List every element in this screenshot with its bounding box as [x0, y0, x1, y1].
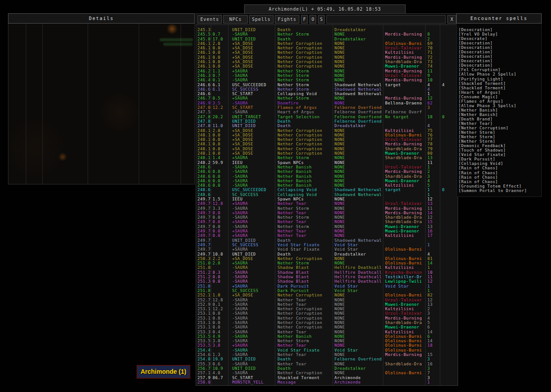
event-row[interactable]: 249.70.0-SAURANether StormNONEMuwei-Drae… [196, 224, 458, 229]
event-row[interactable]: 246.70.5+SAURANether StormNONEMordis-Bur… [196, 96, 458, 100]
event-row[interactable]: 249.71.5IEEUSpawn NPCsNONE12 [196, 197, 458, 201]
encounter-spell-item[interactable]: [Allow Phase 3 Spells] [458, 104, 541, 108]
event-row[interactable]: 246.10.0+SA_DOSENether CorruptionNONEMor… [196, 55, 458, 60]
event-row[interactable]: 246.66.1SC_SUCCESSNether StormShadowed N… [196, 87, 458, 92]
event-row[interactable]: 251.8+SAURADark PursuitVoid StarVoid Sta… [196, 284, 458, 288]
event-row[interactable]: 247.8UNIT_DIEDDeathFelborne Overfiend [196, 119, 458, 124]
encounter-spell-item[interactable]: [Desecration] [458, 63, 541, 68]
event-row[interactable]: 251.28.3-SAURAShadow BlastHellfire Death… [196, 270, 458, 275]
encounter-spell-item[interactable]: [Summon Portal to Draenor] [458, 188, 541, 193]
filter-input[interactable] [326, 15, 446, 24]
encounter-spell-item[interactable]: [Rain of Chaos] [458, 175, 541, 180]
event-row[interactable]: 253.30.4-SAURANether TearNONEKultziliini… [196, 330, 458, 334]
event-row[interactable]: 248.10.0+SA_DOSENether CorruptionNONESha… [196, 147, 458, 151]
encounter-spell-item[interactable]: [Dark Pursuit] [458, 157, 541, 161]
event-row[interactable]: 257.14.0-SAURANether CorruptionNONEOloli… [196, 371, 458, 375]
event-row[interactable]: 246.10.0+SA_DOSENether CorruptionNONEKul… [196, 50, 458, 55]
event-row[interactable]: 247.811.0UNIT_DIEDDeathDreadstalker4 [196, 124, 458, 128]
encounter-spell-item[interactable]: [Shackled Torment] [458, 81, 541, 86]
encounter-spell-item[interactable]: [Nether Storm] [458, 135, 541, 139]
event-row[interactable]: 251.02.8+SAURANether StormNONEOlolinus-B… [196, 261, 458, 265]
event-row[interactable]: 246.93.5-SAURADoomfireNONEBellona-Draeno… [196, 101, 458, 105]
encounter-spell-item[interactable]: [Rain of Chaos] [458, 171, 541, 175]
event-row[interactable]: 254.4-SAURAVoid Star FixateVoid StarOlol… [196, 348, 458, 352]
encounter-spell-item[interactable]: [Desecration] [458, 45, 541, 50]
event-row[interactable]: 253.10.0-SAURANether CorruptionNONEMordi… [196, 316, 458, 320]
event-row[interactable]: 246.10.0+SA_DOSENether CorruptionNONEUrz… [196, 46, 458, 50]
encounter-spell-item[interactable]: [Shackled Torment] [458, 86, 541, 90]
encounter-spell-item[interactable]: [Desecration] [458, 50, 541, 54]
fight-selector-button[interactable]: Archimonde (1) [137, 365, 190, 379]
event-row[interactable]: 252.712.8-SAURANether TearNONEUrzul-Taln… [196, 298, 458, 302]
event-row[interactable]: 253.10.0-SAURANether CorruptionNONEUrzul… [196, 311, 458, 316]
event-row[interactable]: 247.012.2SC_STARTFlames of ArgusFelborne… [196, 105, 458, 110]
event-row[interactable]: 249.7SC_SUCCESSVoid Star FixateVoid Star… [196, 243, 458, 247]
encounter-spell-item[interactable]: [Nether Tear] [458, 121, 541, 126]
event-row[interactable]: 246.21.1+SAURANether StormNONEMordis-Bur… [196, 69, 458, 73]
event-row[interactable]: 254.819.9UNIT_DIEDDeathFelborne Overfien… [196, 357, 458, 361]
encounter-spell-item[interactable]: [Nether Storm] [458, 139, 541, 144]
encounter-spell-item[interactable]: [Allow Phase 2 Spells] [458, 72, 541, 76]
encounter-spell-item[interactable]: [Fel Corruption] [458, 68, 541, 72]
encounter-spell-item[interactable]: [Grounding Totem Effect] [458, 184, 541, 188]
event-row[interactable]: 249.7UNIT_DIEDDeathShadowed Netherwal [196, 238, 458, 243]
event-row[interactable]: 248.6-SAURANether BanishNONEUrzul-Talniv… [196, 165, 458, 169]
event-row[interactable]: 248.10.0+SA_DOSENether CorruptionNONEUrz… [196, 137, 458, 142]
event-row[interactable]: 247.5-SAURAHeart of ArgusFelborne Overfi… [196, 110, 458, 114]
encounter-spell-item[interactable]: [Nether Banish] [458, 108, 541, 112]
event-row[interactable]: 249.70.0+SAURANether TearNONEMuwei-Draen… [196, 229, 458, 233]
event-row[interactable]: 252.11.8+SA_DOSENether CorruptionNONEOlo… [196, 293, 458, 297]
event-row[interactable]: 248.259.9IEEUSpawn NPCsNONE11 [196, 160, 458, 165]
tab-npcs[interactable]: NPCs [223, 15, 248, 24]
encounter-spell-item[interactable]: [Touch of Shadows] [458, 148, 541, 152]
close-button[interactable]: X [447, 15, 456, 24]
encounter-spell-item[interactable]: [Void Star Fixate] [458, 152, 541, 157]
encounter-spell-item[interactable]: [Purifying Light] [458, 77, 541, 81]
event-row[interactable]: 246.10.0+SA_DOSENether CorruptionNONEMuw… [196, 64, 458, 68]
encounter-spell-item[interactable]: [Flames of Argus] [458, 99, 541, 104]
event-row[interactable]: 248.60.0-SAURANether BanishNONEMordis-Bu… [196, 169, 458, 174]
event-row[interactable]: 246.66.1USC_SUCCEEDEDNether StormShadowe… [196, 83, 458, 87]
encounter-spell-item[interactable]: [Desecration] [458, 41, 541, 45]
event-row[interactable]: 245.50.7-SAURANether StormNONEMordis-Bur… [196, 32, 458, 36]
filter-o-button[interactable]: O [310, 15, 316, 24]
event-row[interactable]: 248.60.0-SAURANether BanishNONEKultzilii… [196, 183, 458, 188]
event-row[interactable]: 253.54.9-SAURANether BanishNONEOlolinus-… [196, 334, 458, 339]
encounter-spell-item[interactable]: [Nether Banish] [458, 112, 541, 117]
event-row[interactable]: 248.6USC_SUCCEEDEDCollapsing VoidShadowe… [196, 188, 458, 192]
encounter-spell-item[interactable]: [Desecration] [458, 54, 541, 59]
event-row[interactable]: 249.710.8UNIT_DIEDDeathDreadstalker4 [196, 252, 458, 256]
event-row[interactable]: 245.817.0UNIT_DIEDDeathDreadstalker2 [196, 37, 458, 41]
event-row[interactable]: 248.12.0+SA_DOSENether CorruptionNONEKul… [196, 128, 458, 133]
event-row[interactable]: 253.10.0-SAURANether CorruptionNONEMuwei… [196, 325, 458, 329]
event-row[interactable]: 249.70.0+SAURANether TearNONEMordis-Burn… [196, 211, 458, 215]
event-row[interactable]: 248.10.0+SA_DOSENether CorruptionNONEMuw… [196, 151, 458, 156]
event-row[interactable]: 248.60.0-SAURANether BanishNONEMuwei-Dra… [196, 179, 458, 183]
event-row[interactable]: 253.53.8+SAURANether TearNONEOlolinus-Bu… [196, 343, 458, 348]
event-row[interactable]: 258.0MONSTER_YELLMessageArchimonde1 [196, 380, 458, 384]
event-row[interactable]: 246.6SC_STARTCollapsing VoidShadowed Net… [196, 92, 458, 96]
event-row[interactable]: 249.70.0+SAURANether TearNONEShardblade-… [196, 220, 458, 224]
event-row[interactable]: 249.712.8+SAURANether TearNONEUrzul-Taln… [196, 201, 458, 206]
event-row[interactable]: 248.10.0+SA_DOSENether CorruptionNONEOlo… [196, 133, 458, 137]
event-row[interactable]: 246.10.0+SA_DOSENether CorruptionNONESha… [196, 60, 458, 64]
event-row[interactable]: 257.986.7SC_STARTShackled TormentArchimo… [196, 376, 458, 380]
encounter-spell-item[interactable]: [Demonic Feedback] [458, 144, 541, 148]
event-row[interactable]: 249.73.3-SAURANether StormNONEMordis-Bur… [196, 206, 458, 211]
event-row[interactable]: 254.61.3-SAURANether TearNONEMordis-Burn… [196, 352, 458, 357]
event-row[interactable]: 255.30.6-SAURANether TearNONEShardblade-… [196, 362, 458, 366]
event-row[interactable]: 253.10.0-SAURANether CorruptionNONEShard… [196, 320, 458, 325]
event-row[interactable]: 251.8SC_SUCCESSDark PursuitVoid Star1 [196, 288, 458, 293]
event-row[interactable]: 251.30.0-SAURAShadow BlastHellfire Death… [196, 279, 458, 284]
tab-spells[interactable]: Spells [249, 15, 273, 24]
tab-events[interactable]: Events [197, 15, 222, 24]
event-row[interactable]: 253.112.2-SAURANether CorruptionNONEKult… [196, 307, 458, 311]
event-row[interactable]: 247.820.2UNIT_TARGETTarget SelectionFelb… [196, 115, 458, 119]
event-row[interactable]: 249.70.0+SAURANether TearNONEKultziliini… [196, 233, 458, 238]
encounter-spell-item[interactable]: [Consume Magic] [458, 95, 541, 99]
filter-f-button[interactable]: F [301, 15, 308, 24]
event-row[interactable]: 251.0-SAURAShadow BlastHellfire Deathcal… [196, 265, 458, 270]
encounter-spell-item[interactable]: [Rain of Chaos] [458, 180, 541, 184]
event-row[interactable]: 245.3UNIT_DIEDDeathDreadstalker [196, 28, 458, 32]
event-row[interactable]: 250.32.2+SA_DOSENether CorruptionNONEOlo… [196, 256, 458, 261]
